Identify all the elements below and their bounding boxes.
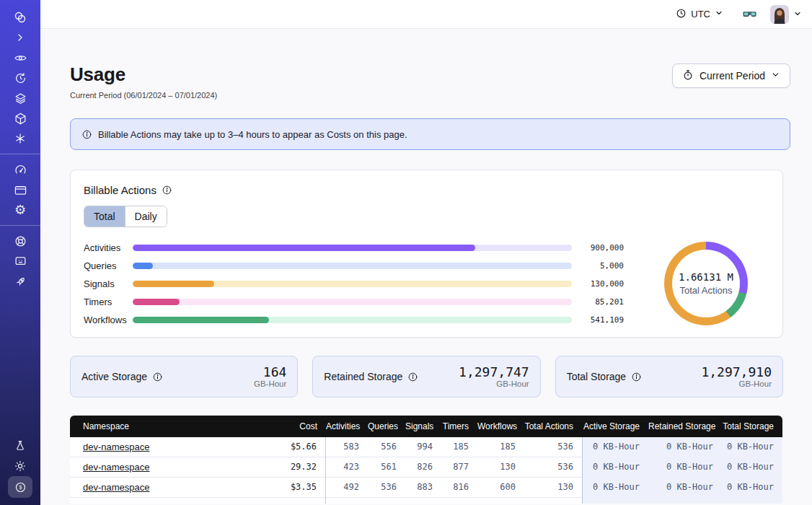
eye-icon[interactable] xyxy=(6,48,35,68)
table-cell: 816 xyxy=(441,478,477,498)
sun-icon[interactable] xyxy=(6,456,35,476)
bar-track xyxy=(133,245,572,251)
storage-card-unit: GB-Hour xyxy=(701,379,772,388)
table-body: dev-namespace$5.665835569941851855360 KB… xyxy=(70,437,782,504)
bar-fill xyxy=(133,245,475,251)
avatar[interactable] xyxy=(770,5,789,24)
info-icon[interactable] xyxy=(631,372,642,382)
feedback-monitor-icon[interactable] xyxy=(6,251,35,271)
bar-track xyxy=(133,263,572,269)
sidebar-bottom-group: $ xyxy=(6,436,35,498)
namespace-link[interactable]: dev-namespace xyxy=(83,442,150,452)
table-header-cell: Workflows xyxy=(477,416,524,437)
table-cell: 600 xyxy=(477,478,524,498)
bar-track xyxy=(133,281,572,287)
billable-actions-title: Billable Actions xyxy=(84,184,156,196)
table-cell: 826 xyxy=(405,457,441,478)
timezone-label: UTC xyxy=(691,9,710,19)
flask-icon[interactable] xyxy=(6,436,35,456)
info-icon[interactable] xyxy=(162,185,172,196)
table-cell: dev-namespace xyxy=(70,478,247,498)
storage-card-label: Retained Storage xyxy=(324,371,418,382)
page-subtitle: Current Period (06/01/2024 – 07/01/2024) xyxy=(70,91,217,100)
table-cell: 492 xyxy=(326,478,368,498)
bar-row: Workflows541,109 xyxy=(84,317,624,323)
history-icon[interactable] xyxy=(6,68,35,88)
cube-icon[interactable] xyxy=(6,108,35,128)
table-cell: 0 KB-Hour xyxy=(722,457,782,478)
table-cell: dev-namespace xyxy=(70,457,247,478)
storage-card-label: Total Storage xyxy=(567,371,643,382)
table-cell: $5.66 xyxy=(247,437,326,457)
table-cell: 561 xyxy=(368,457,405,478)
tab-total[interactable]: Total xyxy=(84,206,125,227)
storage-card-label: Active Storage xyxy=(81,371,163,382)
bar-value: 541,109 xyxy=(572,315,624,325)
billable-bars: Activities900,000Queries5,000Signals130,… xyxy=(84,245,643,323)
storage-card-unit: GB-Hour xyxy=(459,379,529,388)
sidebar-divider xyxy=(0,225,40,226)
bar-value: 130,000 xyxy=(572,279,624,289)
table-cell: 0 KB-Hour xyxy=(582,437,648,457)
table-cell: 536 xyxy=(524,457,582,478)
table-header-cell: Total Actions xyxy=(524,416,582,437)
table-cell: $3.35 xyxy=(247,478,326,498)
info-icon[interactable] xyxy=(152,372,163,382)
goggles-icon[interactable] xyxy=(742,6,757,22)
bar-label: Activities xyxy=(84,242,133,253)
storage-card: Retained Storage1,297,747GB-Hour xyxy=(312,356,540,398)
page-title: Usage xyxy=(70,63,217,86)
billing-card-icon[interactable] xyxy=(6,180,35,200)
table-cell: 423 xyxy=(326,457,368,478)
info-banner: Billable Actions may take up to 3–4 hour… xyxy=(70,118,790,150)
dollar-icon[interactable]: $ xyxy=(8,476,32,498)
table-cell: dev-namespace xyxy=(70,437,247,457)
tab-daily[interactable]: Daily xyxy=(125,206,167,227)
bar-value: 5,000 xyxy=(572,261,624,271)
namespace-link[interactable]: dev-namespace xyxy=(83,462,150,473)
table-header-cell: Namespace xyxy=(70,416,247,437)
rocket-icon[interactable] xyxy=(6,271,35,291)
total-daily-toggle: Total Daily xyxy=(84,206,167,227)
account-menu[interactable] xyxy=(770,5,802,24)
layers-icon[interactable] xyxy=(6,88,35,108)
storage-card-unit: GB-Hour xyxy=(254,379,286,388)
bar-label: Queries xyxy=(84,260,133,271)
gauge-icon[interactable] xyxy=(6,159,35,180)
table-header-cell: Signals xyxy=(405,416,441,437)
table-cell: 130 xyxy=(477,457,524,478)
table-cell: 536 xyxy=(524,437,582,457)
table-row: dev-namespace29.324235618268771305360 KB… xyxy=(70,457,782,478)
temporal-logo[interactable] xyxy=(6,7,35,27)
bar-row: Queries5,000 xyxy=(84,263,624,269)
table-cell: 185 xyxy=(441,437,477,457)
table-header-cell: Queries xyxy=(368,416,405,437)
table-cell: 556 xyxy=(368,437,405,457)
table-header-cell: Timers xyxy=(441,416,477,437)
table-cell: 185 xyxy=(477,437,524,457)
table-cell: 0 KB-Hour xyxy=(582,478,648,498)
storage-card: Total Storage1,297,910GB-Hour xyxy=(555,356,783,398)
banner-text: Billable Actions may take up to 3–4 hour… xyxy=(98,129,407,140)
table-cell: 994 xyxy=(405,437,441,457)
bar-track xyxy=(133,299,572,305)
namespace-usage-table: NamespaceCostActivitiesQueriesSignalsTim… xyxy=(70,416,782,504)
table-cell: 29.32 xyxy=(247,457,326,478)
timezone-selector[interactable]: UTC xyxy=(671,5,728,24)
table-cell: 0 KB-Hour xyxy=(722,437,782,457)
bar-track xyxy=(133,317,572,323)
bar-fill xyxy=(133,299,180,305)
life-ring-icon[interactable] xyxy=(6,231,35,251)
table-cell: 536 xyxy=(368,478,405,498)
gear-icon[interactable]: ⚙ xyxy=(6,200,35,220)
table-cell: 0 KB-Hour xyxy=(648,457,722,478)
chevron-right-icon[interactable] xyxy=(6,27,35,48)
info-icon[interactable] xyxy=(407,372,418,382)
namespace-link[interactable]: dev-namespace xyxy=(83,482,150,493)
usage-page: Usage Current Period (06/01/2024 – 07/01… xyxy=(40,29,812,505)
table-cell: 130 xyxy=(524,478,582,498)
table-header-cell: Activities xyxy=(326,416,368,437)
asterisk-icon[interactable] xyxy=(6,128,35,149)
current-period-dropdown[interactable]: Current Period xyxy=(672,63,790,88)
table-cell: 0 KB-Hour xyxy=(648,478,722,498)
